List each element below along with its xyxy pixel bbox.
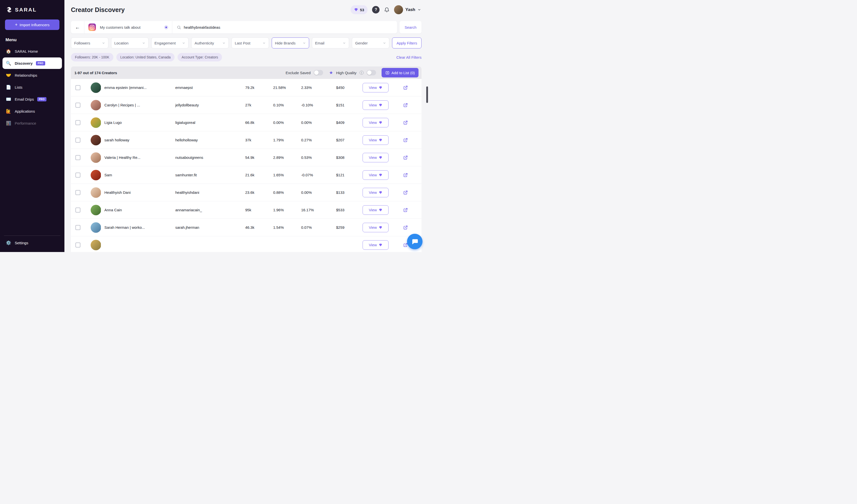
- view-button[interactable]: View: [363, 83, 389, 93]
- chevron-down-icon: [222, 41, 225, 45]
- creator-avatar: [91, 117, 101, 128]
- view-button[interactable]: View: [363, 205, 389, 215]
- exclude-saved-label: Exclude Saved: [286, 71, 310, 75]
- creator-name: Carolyn | Recipes | ...: [101, 103, 172, 107]
- external-link-icon[interactable]: [403, 120, 408, 125]
- sidebar-item-performance[interactable]: 📊 Performance: [2, 117, 62, 129]
- add-to-list-icon: [385, 71, 389, 75]
- row-checkbox[interactable]: [75, 85, 80, 90]
- creator-name: Ligia Lugo: [101, 120, 172, 124]
- view-button[interactable]: View: [363, 170, 389, 180]
- filter-engagement[interactable]: Engagement: [151, 37, 189, 48]
- view-button[interactable]: View: [363, 223, 389, 232]
- creator-name: Valeria | Healthy Re...: [101, 155, 172, 159]
- table-row: Ligia Lugo ligialugoreal 66.8k 0.00% 0.0…: [71, 114, 421, 131]
- mail-icon: ✉️: [5, 97, 12, 102]
- view-button-label: View: [369, 173, 377, 177]
- scrollbar-thumb[interactable]: [426, 86, 428, 103]
- row-checkbox[interactable]: [75, 172, 80, 178]
- filter-chip-followers[interactable]: Followers: 20K - 100K: [71, 53, 113, 62]
- view-button[interactable]: View: [363, 118, 389, 128]
- creator-growth: 16.17%: [298, 208, 333, 212]
- external-link-icon[interactable]: [403, 172, 408, 178]
- external-link-icon[interactable]: [403, 155, 408, 160]
- sidebar-menu: 🏠 SARAL Home 🔍 Discovery PRO 🤝 Relations…: [0, 45, 64, 236]
- row-checkbox[interactable]: [75, 155, 80, 160]
- row-checkbox[interactable]: [75, 103, 80, 108]
- sidebar-item-applications[interactable]: 🙋 Applications: [2, 105, 62, 117]
- row-checkbox[interactable]: [75, 242, 80, 248]
- view-button[interactable]: View: [363, 153, 389, 162]
- sidebar-item-settings[interactable]: ⚙️ Settings: [0, 236, 64, 252]
- add-to-list-button[interactable]: Add to List (0): [382, 68, 419, 78]
- sidebar-item-discovery[interactable]: 🔍 Discovery PRO: [2, 57, 62, 69]
- user-menu[interactable]: Yash: [394, 5, 421, 14]
- creator-growth: 2.33%: [298, 85, 333, 90]
- external-link-icon[interactable]: [403, 85, 408, 90]
- row-checkbox[interactable]: [75, 120, 80, 125]
- filter-followers[interactable]: Followers: [71, 37, 108, 48]
- external-link-icon[interactable]: [403, 190, 408, 195]
- filter-gender[interactable]: Gender: [352, 37, 389, 48]
- filter-chip-account-type[interactable]: Account Type: Creators: [178, 53, 222, 62]
- settings-label: Settings: [15, 241, 28, 245]
- creator-engagement: 1.96%: [270, 208, 298, 212]
- back-button[interactable]: ←: [71, 21, 84, 33]
- external-link-icon[interactable]: [403, 225, 408, 230]
- creator-username: jellydollbeauty: [172, 103, 242, 107]
- creator-engagement: 1.54%: [270, 225, 298, 230]
- creator-followers: 37k: [242, 138, 270, 142]
- search-button[interactable]: Search: [400, 21, 421, 33]
- search-icon: 🔍: [5, 61, 12, 66]
- sidebar-item-lists[interactable]: 📄 Lists: [2, 81, 62, 93]
- app-window: SARAL + Import Influencers Menu 🏠 SARAL …: [0, 0, 428, 252]
- import-influencers-button[interactable]: + Import Influencers: [5, 19, 60, 30]
- performance-icon: 📊: [5, 121, 12, 126]
- creator-growth: 0.27%: [298, 138, 333, 142]
- filter-last-post[interactable]: Last Post: [232, 37, 269, 48]
- chat-button[interactable]: [407, 234, 422, 249]
- exclude-saved-toggle[interactable]: [314, 70, 323, 75]
- platform-selector[interactable]: [84, 23, 97, 31]
- external-link-icon[interactable]: [403, 207, 408, 213]
- row-checkbox[interactable]: [75, 190, 80, 195]
- view-button-label: View: [369, 85, 377, 90]
- filter-hide-brands[interactable]: Hide Brands: [272, 37, 309, 48]
- creator-name: emma epstein (emmani...: [101, 85, 172, 90]
- creator-price: $151: [333, 103, 359, 107]
- sidebar-item-label: SARAL Home: [15, 49, 38, 53]
- clear-all-filters-link[interactable]: Clear All Filters: [396, 55, 421, 60]
- sidebar-item-saral-home[interactable]: 🏠 SARAL Home: [2, 46, 62, 57]
- external-link-icon[interactable]: [403, 138, 408, 142]
- row-checkbox[interactable]: [75, 225, 80, 230]
- filter-email[interactable]: Email: [312, 37, 349, 48]
- radio-indicator: [164, 26, 168, 29]
- view-button[interactable]: View: [363, 188, 389, 197]
- creator-price: $533: [333, 208, 359, 212]
- sidebar-item-relationships[interactable]: 🤝 Relationships: [2, 69, 62, 81]
- external-link-icon[interactable]: [403, 103, 408, 108]
- info-icon[interactable]: i: [359, 71, 364, 75]
- view-button[interactable]: View: [363, 240, 389, 250]
- sidebar-item-email-drips[interactable]: ✉️ Email Drips PRO: [2, 94, 62, 105]
- view-button[interactable]: View: [363, 135, 389, 145]
- apply-filters-button[interactable]: Apply Filters: [392, 37, 421, 48]
- row-checkbox[interactable]: [75, 138, 80, 142]
- filter-location[interactable]: Location: [111, 37, 149, 48]
- bell-icon[interactable]: [384, 7, 389, 13]
- gem-icon: [379, 191, 382, 194]
- gem-icon: [379, 103, 382, 107]
- view-button[interactable]: View: [363, 100, 389, 110]
- filter-authenticity[interactable]: Authenticity: [191, 37, 229, 48]
- filter-chip-location[interactable]: Location: United States, Canada: [116, 53, 175, 62]
- help-icon[interactable]: ?: [372, 6, 380, 14]
- high-quality-toggle[interactable]: [367, 70, 376, 75]
- gem-icon: [379, 226, 382, 229]
- credits-badge[interactable]: 53: [351, 5, 368, 14]
- query-type-dropdown[interactable]: My customers talk about: [97, 21, 172, 33]
- creator-name: sarah holloway: [101, 138, 172, 142]
- creator-price: $121: [333, 173, 359, 177]
- search-input[interactable]: healthybreakfastideas: [172, 25, 397, 30]
- view-button-label: View: [369, 120, 377, 124]
- row-checkbox[interactable]: [75, 207, 80, 213]
